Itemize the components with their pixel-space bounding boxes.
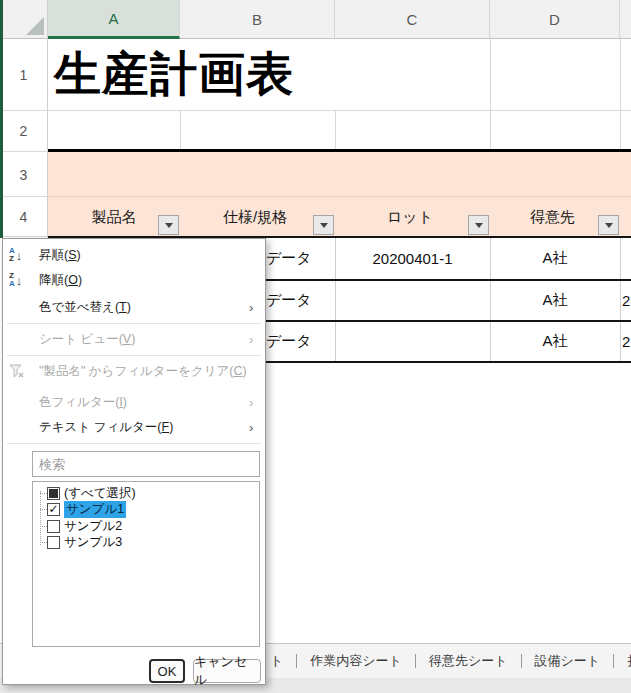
row-header-3[interactable]: 3 <box>0 152 47 197</box>
cancel-button[interactable]: キャンセル <box>193 659 261 683</box>
cell-e6-partial[interactable]: 2 <box>622 281 631 320</box>
row-header-4[interactable]: 4 <box>0 197 47 237</box>
cell-b7[interactable]: データ <box>266 322 312 361</box>
cell-c5[interactable]: 20200401-1 <box>335 238 490 279</box>
checkbox-unchecked-icon[interactable] <box>47 536 60 549</box>
dropdown-arrow-icon <box>320 223 328 228</box>
menu-item-sort-ascending[interactable]: AZ↓ 昇順(S) <box>3 244 265 266</box>
select-all-triangle-icon <box>26 17 44 35</box>
filter-option-sample2[interactable]: サンプル2 <box>33 518 122 534</box>
menu-item-sheet-view: シート ビュー(V) › <box>3 328 265 350</box>
tree-stub <box>40 509 47 510</box>
tree-stub <box>40 493 47 494</box>
menu-separator <box>7 323 261 324</box>
gutter-line <box>0 151 48 152</box>
filter-option-label-selected: サンプル1 <box>64 501 126 518</box>
ok-button[interactable]: OK <box>149 659 185 683</box>
gutter-line <box>0 110 48 111</box>
sheet-tab-work-content[interactable]: 作業内容シート <box>310 652 402 670</box>
column-header-b[interactable]: B <box>180 0 335 39</box>
dropdown-arrow-icon <box>475 223 483 228</box>
submenu-arrow-icon: › <box>249 300 253 315</box>
header-cell-lot[interactable]: ロット <box>335 198 485 236</box>
row-header-2[interactable]: 2 <box>0 110 47 151</box>
filter-option-select-all[interactable]: (すべて選択) <box>33 485 136 501</box>
window-edge <box>0 0 3 238</box>
header-cell-spec[interactable]: 仕様/規格 <box>180 198 330 236</box>
select-all-corner[interactable] <box>0 0 48 39</box>
checkbox-checked-icon[interactable]: ✓ <box>47 503 60 516</box>
excel-window: A B C D 1 2 3 4 生産計画表 製品名 仕様/規格 ロット 得意先 … <box>0 0 631 693</box>
cell-b5[interactable]: データ <box>266 238 312 279</box>
cell-d6[interactable]: A社 <box>490 281 620 320</box>
clear-filter-icon <box>9 361 35 381</box>
sheet-title-cell[interactable]: 生産計画表 <box>54 40 614 108</box>
menu-item-clear-filter: "製品名" からフィルターをクリア(C) <box>3 360 265 382</box>
column-header-a[interactable]: A <box>48 0 180 39</box>
cell-d7[interactable]: A社 <box>490 322 620 361</box>
tab-divider <box>415 654 416 668</box>
filter-option-sample3[interactable]: サンプル3 <box>33 534 122 550</box>
menu-separator <box>7 443 261 444</box>
submenu-arrow-icon: › <box>249 395 253 410</box>
cell-e7-partial[interactable]: 2 <box>622 322 631 361</box>
filter-button-lot[interactable] <box>468 215 489 235</box>
filter-button-product[interactable] <box>158 215 179 235</box>
submenu-arrow-icon: › <box>249 332 253 347</box>
checkbox-unchecked-icon[interactable] <box>47 520 60 533</box>
autofilter-menu: AZ↓ 昇順(S) ZA↓ 降順(O) 色で並べ替え(T) › シート ビュー(… <box>2 238 266 685</box>
tab-divider <box>296 654 297 668</box>
filter-option-label: (すべて選択) <box>64 485 136 502</box>
menu-item-text-filter[interactable]: テキスト フィルター(F) › <box>3 416 265 438</box>
header-band-divider <box>48 196 631 197</box>
sort-ascending-icon: AZ↓ <box>9 245 35 265</box>
tree-stub <box>40 542 47 543</box>
sheet-tab-staff-partial[interactable]: 担当 <box>627 652 631 670</box>
submenu-arrow-icon: › <box>249 420 253 435</box>
cell-b6[interactable]: データ <box>266 281 312 320</box>
sheet-tab-partial[interactable]: ト <box>270 652 283 670</box>
column-header-e-partial[interactable] <box>620 0 631 39</box>
filter-option-label: サンプル2 <box>64 518 122 535</box>
gridline <box>620 238 621 362</box>
column-header-c[interactable]: C <box>335 0 490 39</box>
gridline <box>335 110 336 149</box>
menu-item-sort-by-color[interactable]: 色で並べ替え(T) › <box>3 296 265 318</box>
dropdown-arrow-icon <box>165 223 173 228</box>
filter-search-input[interactable] <box>32 451 260 477</box>
sort-descending-icon: ZA↓ <box>9 270 35 290</box>
menu-separator <box>7 355 261 356</box>
header-cell-customer[interactable]: 得意先 <box>490 198 615 236</box>
gridline <box>48 110 631 111</box>
gridline <box>620 39 621 149</box>
tab-divider <box>521 654 522 668</box>
sheet-tab-equipment[interactable]: 設備シート <box>535 652 601 670</box>
gutter-line <box>0 236 48 237</box>
filter-option-label: サンプル3 <box>64 534 122 551</box>
filter-value-list: (すべて選択) ✓ サンプル1 サンプル2 サンプル3 <box>32 481 260 647</box>
column-header-d[interactable]: D <box>490 0 620 39</box>
tab-divider <box>613 654 614 668</box>
filter-button-customer[interactable] <box>598 215 619 235</box>
filter-button-spec[interactable] <box>313 215 334 235</box>
filter-option-sample1[interactable]: ✓ サンプル1 <box>33 501 126 517</box>
menu-item-sort-descending[interactable]: ZA↓ 降順(O) <box>3 269 265 291</box>
dropdown-arrow-icon <box>605 223 613 228</box>
gutter-line <box>0 196 48 197</box>
tree-stub <box>40 526 47 527</box>
menu-item-color-filter: 色フィルター(I) › <box>3 391 265 413</box>
sheet-tab-customer[interactable]: 得意先シート <box>429 652 508 670</box>
cell-d5[interactable]: A社 <box>490 238 620 279</box>
row-header-1[interactable]: 1 <box>0 39 47 110</box>
gridline <box>180 110 181 149</box>
checkbox-indeterminate-icon[interactable] <box>47 487 60 500</box>
